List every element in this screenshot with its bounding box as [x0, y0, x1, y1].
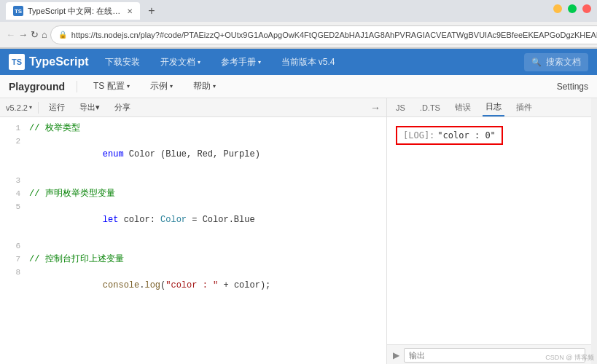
tab-close-button[interactable]: ✕ [127, 7, 133, 15]
chevron-down-icon: ▾ [170, 83, 173, 90]
ts-logo: TS TypeScript [9, 54, 89, 70]
browser-tab[interactable]: TS TypeScript 中文网: 在线运行 ✕ [6, 2, 140, 20]
forward-button[interactable]: → [18, 25, 28, 44]
playground-title: Playground [9, 81, 65, 92]
chevron-down-icon: ▾ [29, 104, 32, 111]
watermark: CSDN @ 博客频 [545, 353, 594, 363]
version-selector[interactable]: v5.2.2 ▾ [6, 103, 32, 112]
nav-version: 当前版本 v5.4 [277, 53, 340, 71]
editor-area: v5.2.2 ▾ 运行 导出▾ 分享 → 1 // 枚举类型 [0, 98, 597, 364]
code-line-8: 8 console.log("color : " + color); [0, 266, 386, 305]
log-value: "color : 0" [437, 130, 495, 141]
refresh-button[interactable]: ↻ [31, 25, 39, 44]
code-line-5: 5 let color: Color = Color.Blue [0, 200, 386, 240]
new-tab-button[interactable]: + [143, 2, 160, 20]
share-button[interactable]: 分享 [110, 100, 135, 114]
log-entry: [LOG]: "color : 0" [396, 126, 503, 145]
close-button[interactable] [582, 4, 591, 13]
collapse-panel-button[interactable]: → [370, 102, 381, 114]
tab-plugins[interactable]: 插件 [513, 98, 535, 116]
tab-logs[interactable]: 日志 [483, 98, 504, 116]
help-menu[interactable]: 帮助 ▾ [189, 79, 220, 94]
code-line-7: 7 // 控制台打印上述变量 [0, 253, 386, 266]
home-button[interactable]: ⌂ [42, 25, 47, 44]
nav-handbook[interactable]: 参考手册 ▾ [216, 53, 265, 71]
address-bar[interactable]: 🔒 https://ts.nodejs.cn/play?#code/PTAEiz… [50, 25, 597, 44]
examples-menu[interactable]: 示例 ▾ [146, 79, 177, 94]
nav-docs[interactable]: 开发文档 ▾ [156, 53, 205, 71]
search-label: 搜索文档 [546, 56, 581, 68]
back-button[interactable]: ← [6, 25, 15, 44]
minimize-button[interactable] [553, 4, 562, 13]
search-icon: 🔍 [531, 58, 542, 67]
tab-dts[interactable]: .D.TS [417, 98, 443, 116]
code-line-6: 6 [0, 240, 386, 253]
run-icon[interactable]: ▶ [393, 350, 399, 360]
nav-download[interactable]: 下载安装 [101, 53, 144, 71]
code-line-4: 4 // 声明枚举类型变量 [0, 187, 386, 200]
address-text: https://ts.nodejs.cn/play?#code/PTAEizzQ… [71, 31, 597, 39]
log-prefix: [LOG]: [403, 130, 434, 141]
search-button[interactable]: 🔍 搜索文档 [524, 53, 588, 71]
ts-config-menu[interactable]: TS 配置 ▾ [89, 79, 134, 94]
export-button[interactable]: 导出▾ [75, 100, 104, 114]
tab-errors[interactable]: 错误 [452, 98, 474, 116]
tab-favicon: TS [13, 6, 23, 16]
editor-toolbar: v5.2.2 ▾ 运行 导出▾ 分享 → [0, 98, 386, 117]
chevron-down-icon: ▾ [127, 83, 130, 90]
chevron-down-icon: ▾ [213, 83, 216, 90]
playground-toolbar: Playground TS 配置 ▾ 示例 ▾ 帮助 ▾ Settings [0, 75, 597, 98]
run-button[interactable]: 运行 [44, 100, 69, 114]
lock-icon: 🔒 [58, 31, 67, 39]
output-tabs: JS .D.TS 错误 日志 插件 [387, 98, 591, 117]
output-content: [LOG]: "color : 0" [387, 117, 591, 344]
editor-pane: v5.2.2 ▾ 运行 导出▾ 分享 → 1 // 枚举类型 [0, 98, 387, 364]
tab-js[interactable]: JS [393, 98, 408, 116]
ts-navbar: TS TypeScript 下载安装 开发文档 ▾ 参考手册 ▾ 当前版本 v5… [0, 49, 597, 75]
output-pane: JS .D.TS 错误 日志 插件 [LOG]: "co [387, 98, 591, 364]
code-lines: 1 // 枚举类型 2 enum Color (Blue, Red, Purpl… [0, 117, 386, 309]
code-line-2: 2 enum Color (Blue, Red, Purple) [0, 135, 386, 174]
code-line-1: 1 // 枚举类型 [0, 122, 386, 135]
tab-title: TypeScript 中文网: 在线运行 [28, 6, 122, 17]
maximize-button[interactable] [568, 4, 577, 13]
code-line-3: 3 [0, 174, 386, 187]
toolbar-sep [38, 102, 39, 114]
ts-logo-icon: TS [9, 54, 25, 70]
ts-logo-text: TypeScript [29, 55, 89, 68]
chevron-down-icon: ▾ [95, 103, 100, 111]
settings-link[interactable]: Settings [557, 82, 588, 92]
chevron-down-icon: ▾ [198, 59, 200, 66]
chevron-down-icon: ▾ [258, 59, 261, 66]
editor-scrollbar[interactable] [591, 98, 597, 364]
code-editor[interactable]: 1 // 枚举类型 2 enum Color (Blue, Red, Purpl… [0, 117, 386, 364]
toolbar-separator [77, 81, 77, 92]
